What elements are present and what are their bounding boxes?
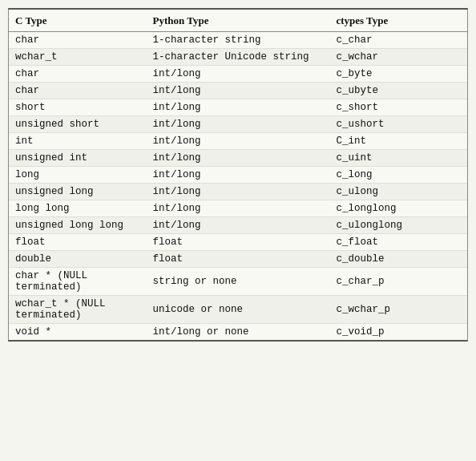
ctypes-type-cell: c_ushort	[329, 116, 467, 133]
c-type-cell: char	[9, 32, 147, 49]
c-type-cell: unsigned int	[9, 150, 147, 167]
c-type-cell: double	[9, 251, 147, 268]
table-row: wchar_t * (NULL terminated)unicode or no…	[9, 296, 467, 324]
table-row: char * (NULL terminated)string or nonec_…	[9, 268, 467, 296]
header-c-type: C Type	[9, 10, 147, 32]
table-row: void *int/long or nonec_void_p	[9, 324, 467, 341]
header-ctypes-type: ctypes Type	[329, 10, 467, 32]
ctypes-type-cell: c_wchar_p	[329, 296, 467, 324]
python-type-cell: int/long	[147, 184, 330, 200]
ctypes-type-cell: c_ulong	[329, 184, 467, 200]
table-row: unsigned long longint/longc_ulonglong	[9, 217, 467, 234]
ctypes-type-cell: c_uint	[329, 150, 467, 167]
ctypes-type-cell: c_ubyte	[329, 83, 467, 99]
ctypes-type-cell: c_long	[329, 167, 467, 184]
python-type-cell: string or none	[147, 268, 330, 296]
python-type-cell: int/long	[147, 217, 330, 234]
c-type-cell: int	[9, 133, 147, 150]
table-row: char1-character stringc_char	[9, 32, 467, 49]
ctypes-type-cell: c_char	[329, 32, 467, 49]
c-type-cell: wchar_t * (NULL terminated)	[9, 296, 147, 324]
c-type-cell: short	[9, 99, 147, 116]
c-type-cell: long	[9, 167, 147, 184]
ctypes-type-cell: c_longlong	[329, 200, 467, 217]
ctypes-type-cell: c_void_p	[329, 324, 467, 341]
ctypes-type-cell: c_ulonglong	[329, 217, 467, 234]
python-type-cell: int/long	[147, 200, 330, 217]
table-row: wchar_t1-character Unicode stringc_wchar	[9, 49, 467, 66]
c-type-cell: unsigned long long	[9, 217, 147, 234]
table-row: longint/longc_long	[9, 167, 467, 184]
python-type-cell: int/long	[147, 99, 330, 116]
header-python-type: Python Type	[147, 10, 330, 32]
python-type-cell: int/long	[147, 167, 330, 184]
table-header-row: C Type Python Type ctypes Type	[9, 10, 467, 32]
python-type-cell: int/long	[147, 83, 330, 99]
c-type-cell: void *	[9, 324, 147, 341]
c-type-cell: char	[9, 83, 147, 99]
python-type-cell: unicode or none	[147, 296, 330, 324]
c-type-cell: unsigned long	[9, 184, 147, 200]
c-type-cell: float	[9, 234, 147, 251]
python-type-cell: float	[147, 251, 330, 268]
python-type-cell: int/long	[147, 133, 330, 150]
python-type-cell: float	[147, 234, 330, 251]
table-row: shortint/longc_short	[9, 99, 467, 116]
ctypes-type-cell: c_float	[329, 234, 467, 251]
table-row: intint/longC_int	[9, 133, 467, 150]
table-row: unsigned shortint/longc_ushort	[9, 116, 467, 133]
c-type-cell: long long	[9, 200, 147, 217]
c-type-cell: wchar_t	[9, 49, 147, 66]
table-row: charint/longc_byte	[9, 66, 467, 83]
python-type-cell: int/long	[147, 116, 330, 133]
ctypes-type-cell: c_wchar	[329, 49, 467, 66]
ctypes-reference-table: C Type Python Type ctypes Type char1-cha…	[8, 8, 468, 342]
python-type-cell: 1-character Unicode string	[147, 49, 330, 66]
table-row: floatfloatc_float	[9, 234, 467, 251]
c-type-cell: unsigned short	[9, 116, 147, 133]
table-row: unsigned intint/longc_uint	[9, 150, 467, 167]
python-type-cell: 1-character string	[147, 32, 330, 49]
table-row: charint/longc_ubyte	[9, 83, 467, 99]
table-row: unsigned longint/longc_ulong	[9, 184, 467, 200]
ctypes-type-cell: C_int	[329, 133, 467, 150]
ctypes-type-cell: c_char_p	[329, 268, 467, 296]
table-row: long longint/longc_longlong	[9, 200, 467, 217]
table-row: doublefloatc_double	[9, 251, 467, 268]
python-type-cell: int/long	[147, 150, 330, 167]
ctypes-type-cell: c_short	[329, 99, 467, 116]
c-type-cell: char	[9, 66, 147, 83]
python-type-cell: int/long	[147, 66, 330, 83]
ctypes-type-cell: c_byte	[329, 66, 467, 83]
python-type-cell: int/long or none	[147, 324, 330, 341]
ctypes-type-cell: c_double	[329, 251, 467, 268]
c-type-cell: char * (NULL terminated)	[9, 268, 147, 296]
